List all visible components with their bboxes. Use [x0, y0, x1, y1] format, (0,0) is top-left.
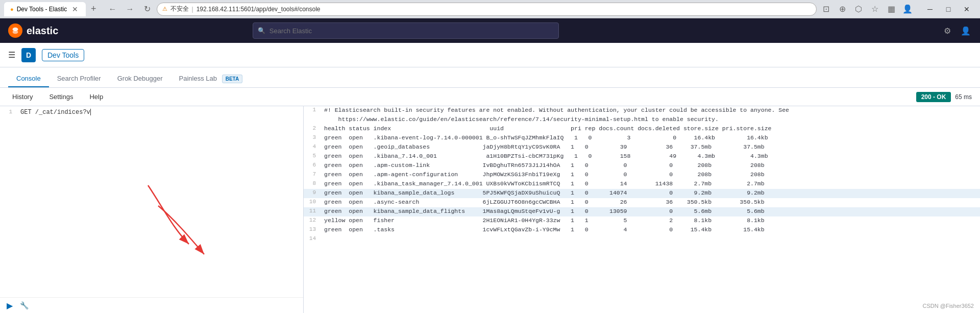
editor-panel: 1 GET /_cat/indices?v ▶ 🔧 — [0, 106, 304, 313]
elastic-bar: elastic 🔍 ⚙ 👤 — [0, 18, 980, 43]
result-line-text: green open .geoip_databases jaDjyH8bRtqY… — [320, 143, 980, 150]
results-content[interactable]: 1#! Elasticsearch built-in security feat… — [304, 106, 980, 313]
result-line-number: 2 — [304, 125, 320, 131]
result-line: 13green open .tasks 1cvWFLxtQGavZb-i-Y9c… — [304, 226, 980, 235]
tab-painless-lab[interactable]: Painless Lab BETA — [171, 70, 251, 87]
zoom-btn[interactable]: ⊕ — [835, 2, 849, 16]
result-line: 6green open .apm-custom-link IvBDghuTRn6… — [304, 161, 980, 171]
tab-search-profiler[interactable]: Search Profiler — [49, 70, 109, 87]
window-controls: ─ □ ✕ — [921, 2, 976, 16]
tab-title: Dev Tools - Elastic — [17, 6, 67, 13]
result-line: 5green open .kibana_7.14.0_001 a1H10BPZT… — [304, 152, 980, 161]
result-line-number: 5 — [304, 153, 320, 159]
browser-controls: ← → ↻ — [106, 2, 155, 16]
maximize-btn[interactable]: □ — [939, 2, 958, 16]
status-badge: 200 - OK — [916, 92, 951, 102]
back-btn[interactable]: ← — [106, 2, 120, 16]
sidebar-btn[interactable]: ▦ — [884, 2, 898, 16]
result-line-text: green open kibana_sample_data_flights 1M… — [320, 208, 980, 214]
result-line-number: 1 — [304, 107, 320, 113]
result-line: 11green open kibana_sample_data_flights … — [304, 207, 980, 216]
result-line: 3green open .kibana-event-log-7.14.0-000… — [304, 134, 980, 143]
result-line-number: 13 — [304, 226, 320, 232]
minimize-btn[interactable]: ─ — [921, 2, 939, 16]
results-panel: 1#! Elasticsearch built-in security feat… — [304, 106, 980, 313]
refresh-btn[interactable]: ↻ — [140, 2, 155, 16]
result-line: 12yellow open fisher 2H1EONiAR1-0H4YgR-3… — [304, 216, 980, 226]
developer-tools-icon[interactable]: ⚙ — [941, 25, 953, 37]
cast-btn[interactable]: ⬡ — [851, 2, 866, 16]
beta-badge: BETA — [222, 75, 242, 83]
elastic-bar-right: ⚙ 👤 — [941, 25, 972, 37]
result-line: 4green open .geoip_databases jaDjyH8bRtq… — [304, 143, 980, 152]
address-bar[interactable]: ⚠ 不安全 | 192.168.42.111:5601/app/dev_tool… — [157, 3, 817, 16]
result-line-text: green open .apm-agent-configuration JhpM… — [320, 171, 980, 178]
result-line-text: green open kibana_sample_data_logs 5PJ5K… — [320, 189, 980, 196]
browser-chrome: ● Dev Tools - Elastic ✕ + ← → ↻ ⚠ 不安全 | … — [0, 0, 980, 18]
address-divider: | — [192, 6, 193, 13]
tab-close-btn[interactable]: ✕ — [72, 5, 78, 13]
result-line: 2health status index uuid pri rep docs.c… — [304, 125, 980, 134]
search-input[interactable] — [253, 22, 559, 39]
watermark: CSDN @Fisher3652 — [923, 303, 974, 309]
app-title[interactable]: Dev Tools — [42, 49, 84, 61]
result-line-number: 14 — [304, 235, 320, 242]
browser-tab[interactable]: ● Dev Tools - Elastic ✕ — [4, 2, 86, 16]
result-line: 9green open kibana_sample_data_logs 5PJ5… — [304, 189, 980, 198]
result-line-text: green open .tasks 1cvWFLxtQGavZb-i-Y9cMw… — [320, 226, 980, 233]
result-line-number: 9 — [304, 189, 320, 196]
new-tab-btn[interactable]: + — [88, 4, 100, 14]
result-line: 1#! Elasticsearch built-in security feat… — [304, 106, 980, 115]
tabs-bar: Console Search Profiler Grok Debugger Pa… — [0, 67, 980, 88]
run-btn[interactable]: ▶ — [4, 300, 15, 311]
user-avatar-icon[interactable]: 👤 — [960, 25, 972, 37]
search-icon: 🔍 — [258, 27, 265, 34]
editor-content[interactable]: 1 GET /_cat/indices?v — [0, 106, 303, 297]
address-prefix: 不安全 — [170, 5, 189, 13]
result-line-text: health status index uuid pri rep docs.co… — [320, 125, 980, 132]
address-url: 192.168.42.111:5601/app/dev_tools#/conso… — [197, 6, 321, 13]
editor-line-content-1: GET /_cat/indices?v — [16, 109, 303, 116]
profile-btn[interactable]: 👤 — [900, 2, 915, 16]
bookmark-btn[interactable]: ☆ — [868, 2, 882, 16]
editor-line-1: 1 GET /_cat/indices?v — [0, 108, 303, 118]
search-wrapper: 🔍 — [253, 22, 559, 39]
result-line: 10green open .async-search 6jLZGGUJT6O8n… — [304, 198, 980, 207]
forward-btn[interactable]: → — [123, 2, 137, 16]
result-line-text: green open .kibana-event-log-7.14.0-0000… — [320, 134, 980, 141]
elastic-logo-text: elastic — [27, 25, 58, 37]
elastic-logo[interactable]: elastic — [8, 23, 58, 38]
result-line-text: green open .kibana_7.14.0_001 a1H10BPZTs… — [320, 153, 980, 159]
result-line-text: green open .kibana_task_manager_7.14.0_0… — [320, 180, 980, 187]
result-line-text: yellow open fisher 2H1EONiAR1-0H4YgR-33z… — [320, 217, 980, 224]
result-line-text: https://www.elastic.co/guide/en/elastics… — [320, 116, 980, 123]
settings-btn[interactable]: Settings — [45, 91, 77, 103]
result-line-number: 3 — [304, 134, 320, 140]
hamburger-menu-icon[interactable]: ☰ — [8, 50, 15, 60]
result-line-text: #! Elasticsearch built-in security featu… — [320, 107, 980, 113]
result-line-text: green open .async-search 6jLZGGUJT6O8n6g… — [320, 199, 980, 205]
main-content: 1 GET /_cat/indices?v ▶ 🔧 1#! Elasticsea… — [0, 106, 980, 313]
result-line-number: 7 — [304, 171, 320, 177]
screenshot-btn[interactable]: ⊡ — [819, 2, 833, 16]
close-btn[interactable]: ✕ — [958, 2, 976, 16]
result-line-number: 10 — [304, 199, 320, 205]
history-btn[interactable]: History — [8, 91, 37, 103]
tab-console[interactable]: Console — [8, 70, 49, 87]
tab-grok-debugger[interactable]: Grok Debugger — [109, 70, 171, 87]
elastic-logo-icon — [8, 23, 22, 38]
result-line: 7green open .apm-agent-configuration Jhp… — [304, 171, 980, 180]
help-btn[interactable]: Help — [85, 91, 107, 103]
result-line-number: 8 — [304, 180, 320, 186]
result-line-number: 4 — [304, 143, 320, 150]
options-btn[interactable]: 🔧 — [18, 300, 30, 311]
result-line-number: 6 — [304, 162, 320, 168]
result-line: https://www.elastic.co/guide/en/elastics… — [304, 115, 980, 125]
security-icon: ⚠ — [162, 6, 167, 12]
line-number-1: 1 — [0, 109, 16, 115]
result-line-number: 11 — [304, 208, 320, 214]
result-line-number: 12 — [304, 217, 320, 223]
app-icon[interactable]: D — [21, 48, 36, 62]
result-line: 8green open .kibana_task_manager_7.14.0_… — [304, 180, 980, 189]
toolbar: History Settings Help 200 - OK 65 ms — [0, 88, 980, 106]
